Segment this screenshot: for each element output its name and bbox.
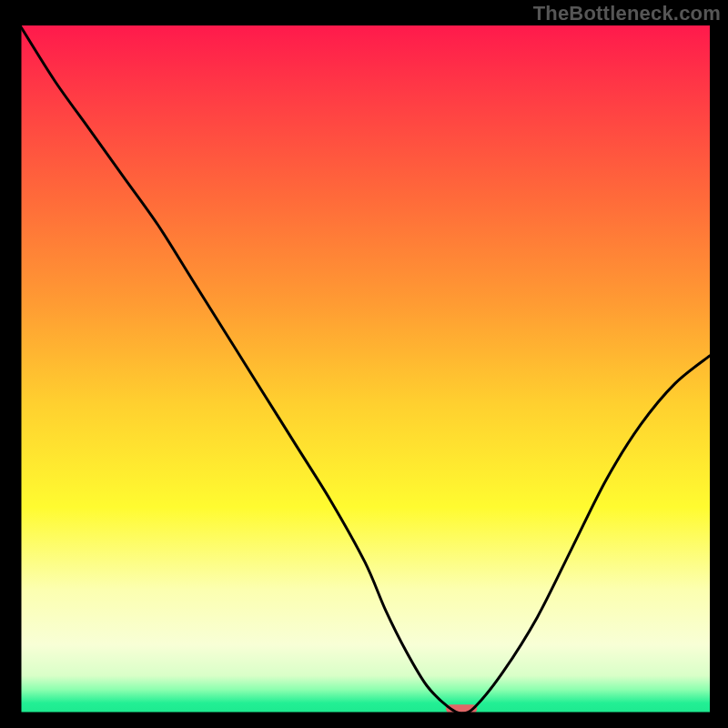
bottleneck-chart [0, 0, 728, 728]
chart-frame: TheBottleneck.com [0, 0, 728, 728]
chart-plot-area [20, 25, 710, 713]
watermark-label: TheBottleneck.com [533, 2, 721, 25]
